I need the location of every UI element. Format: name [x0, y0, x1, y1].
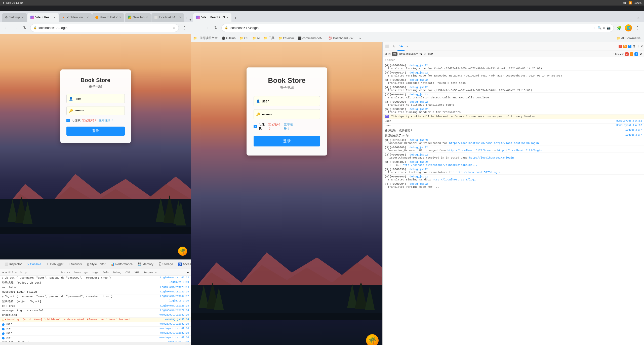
console-source-9[interactable]: HomeLayout.tsx:82:10 [159, 314, 189, 316]
no-symbol-right[interactable]: ⊘ [385, 52, 387, 56]
console-source-3[interactable]: LoginForm.tsx:28:14 [160, 286, 189, 289]
filter-errors[interactable]: Errors [59, 271, 71, 275]
forgot-link[interactable]: 忘记密码？ [82, 118, 97, 123]
tab-memory[interactable]: 💾 Memory [135, 260, 156, 269]
forward-button-right[interactable]: → [203, 24, 210, 31]
bookmark-github[interactable]: ⚫GitHub [220, 36, 237, 41]
cr-source-logout2[interactable]: logout.ts:7 [625, 129, 642, 132]
back-button[interactable]: ← [3, 24, 10, 31]
settings-icon-right[interactable]: ⚙ [632, 45, 635, 48]
new-tab-button[interactable]: + [185, 15, 187, 22]
reload-button[interactable]: ↻ [21, 24, 28, 31]
console-source-1[interactable]: LoginForm.tsx:42:12 [160, 276, 189, 279]
default-levels-btn[interactable]: Default levels [399, 52, 418, 56]
back-button-right[interactable]: ← [194, 24, 201, 31]
remember-checkbox-right[interactable]: ✓ [254, 125, 257, 128]
console-source-8[interactable]: LoginForm.tsx:29:14 [160, 309, 189, 312]
tab-local[interactable]: localhost:84... × [151, 13, 184, 22]
register-link-right[interactable]: 立即注册！ [284, 122, 293, 131]
cr-source-user1[interactable]: HomeLayout.tsx:82 [616, 120, 642, 123]
console-source-u3[interactable]: HomeLayout.tsx:82:10 [159, 332, 189, 334]
console-source-2[interactable]: login.ts:9:10 [169, 281, 189, 284]
tab-settings-close[interactable]: × [22, 15, 24, 19]
filter-css[interactable]: CSS [125, 271, 132, 275]
bookmark-command[interactable]: ⬛ command-not-... [296, 36, 326, 41]
console-source-4[interactable]: LoginForm.tsx:29:14 [160, 290, 189, 293]
login-button-left[interactable]: 登录 [66, 127, 125, 136]
tab-console[interactable]: ▷ Console [24, 260, 44, 269]
filter-requests[interactable]: Requests [142, 271, 158, 275]
star-icon[interactable]: ☆ [173, 26, 176, 30]
console-source-6[interactable]: login.ts:9:10 [169, 299, 189, 302]
password-input-right[interactable] [254, 109, 320, 119]
tab-performance[interactable]: 📊 Performance [108, 260, 135, 269]
settings-icon-console[interactable]: ⚙ [187, 271, 189, 274]
expand-arrow-5[interactable]: ▶ [2, 295, 4, 298]
filter-warnings[interactable]: Warnings [73, 271, 89, 275]
tab-howto[interactable]: How to Get < × [92, 13, 124, 22]
console-source-u4[interactable]: HomeLayout.tsx:82:10 [159, 336, 189, 339]
tab-style-editor[interactable]: {} Style Editor [85, 260, 108, 269]
tab-howto-close[interactable]: × [119, 15, 121, 19]
devtools-console-tab-active[interactable]: ▷▶ [397, 42, 405, 51]
bookmark-zudu[interactable]: 值得读的文章 [198, 35, 219, 41]
remember-checkbox[interactable]: ✓ [66, 119, 70, 122]
bookmark-cs[interactable]: 📁 CS [238, 36, 250, 41]
console-source-7[interactable]: LoginForm.tsx:28:14 [160, 304, 189, 307]
forward-button[interactable]: → [12, 24, 19, 31]
filter-xhr[interactable]: XHR [133, 271, 140, 275]
login-button-right[interactable]: 登录 [254, 136, 320, 146]
filter-logs[interactable]: Logs [91, 271, 99, 275]
filter-debug[interactable]: Debug [112, 271, 123, 275]
username-input-right[interactable] [254, 96, 320, 106]
console-source-u1[interactable]: HomeLayout.tsx:82:10 [159, 323, 189, 325]
bookmark-dashboard[interactable]: ⏰ Dashboard - W... [327, 36, 357, 41]
bookmark-csnow[interactable]: 📁 CS-now [277, 36, 295, 41]
tab-debugger[interactable]: ⏸ Debugger [44, 260, 66, 269]
close-button-right[interactable]: × [635, 15, 642, 22]
tab-vite-right-close[interactable]: × [226, 15, 228, 19]
reader-icon[interactable]: ⊡ [594, 26, 596, 30]
bookmark-folder-right[interactable]: 📁 All Bookmarks [615, 36, 642, 41]
bookmark-icon-right[interactable]: ☆ [602, 26, 606, 30]
screenshot-icon[interactable]: 📷 [607, 26, 611, 30]
more-icon-right[interactable]: ⋮ [636, 45, 640, 48]
tab-network[interactable]: ↕ Network [66, 260, 85, 269]
tab-inspector[interactable]: ⬜ Inspector [2, 260, 24, 269]
bookmark-ai[interactable]: 📁 AI [251, 36, 261, 41]
no-symbol-icon[interactable]: ⊘ [2, 271, 4, 274]
extensions-button[interactable]: 🧩 [616, 24, 623, 31]
tab-vite[interactable]: Vite + Rea... × [27, 13, 59, 22]
browser-menu-button-right[interactable]: ⋮ [634, 24, 641, 31]
devtools-elements-icon[interactable]: ⬜ [384, 45, 391, 48]
console-source-warning[interactable]: warning.js:30:14 [165, 318, 189, 321]
tab-storage[interactable]: 🗄 Storage [156, 260, 176, 269]
expand-arrow-1[interactable]: ▶ [2, 276, 4, 280]
browser-menu-button[interactable]: ⋮ [181, 24, 188, 31]
max-button[interactable]: □ [627, 15, 634, 22]
forgot-link-right[interactable]: 忘记密码？ [268, 122, 280, 131]
tab-newtab-close[interactable]: × [146, 15, 148, 19]
address-bar-right[interactable]: 🔒 localhost:5173/login ⊡ 🔍 ☆ 📷 [221, 24, 614, 32]
reload-button-right[interactable]: ↻ [212, 24, 219, 31]
filter-label-right[interactable]: ▽ Filter [424, 52, 433, 56]
password-input[interactable] [66, 106, 125, 115]
devtools-pointer-icon[interactable]: ↖ [391, 45, 397, 48]
address-bar[interactable]: 🔒 localhost:5173/login ☆ [30, 24, 179, 32]
cr-source-user2[interactable]: HomeLayout.tsx:82 [616, 124, 642, 127]
tab-local-close[interactable]: × [179, 15, 181, 19]
console-source-5[interactable]: LoginForm.tsx:42:12 [160, 295, 189, 298]
tab-problem[interactable]: ▲ Problem loa... × [59, 13, 92, 22]
close-devtools-icon[interactable]: × [641, 44, 643, 49]
register-link[interactable]: 立即注册！ [99, 118, 114, 123]
tab-vite-right[interactable]: Vite + React + TS × [193, 13, 231, 22]
min-button[interactable]: − [620, 15, 627, 22]
tab-settings[interactable]: ⚙ Settings × [2, 13, 27, 22]
tab-vite-close[interactable]: × [54, 15, 56, 19]
username-input[interactable] [66, 94, 125, 103]
profile-avatar[interactable]: 🌐 [625, 24, 632, 31]
filter-info[interactable]: Info [101, 271, 110, 275]
bookmark-more[interactable]: » [359, 36, 361, 40]
cr-source-online2[interactable]: logout.ts:7 [625, 134, 642, 137]
tab-newtab[interactable]: New Tab × [125, 13, 151, 22]
